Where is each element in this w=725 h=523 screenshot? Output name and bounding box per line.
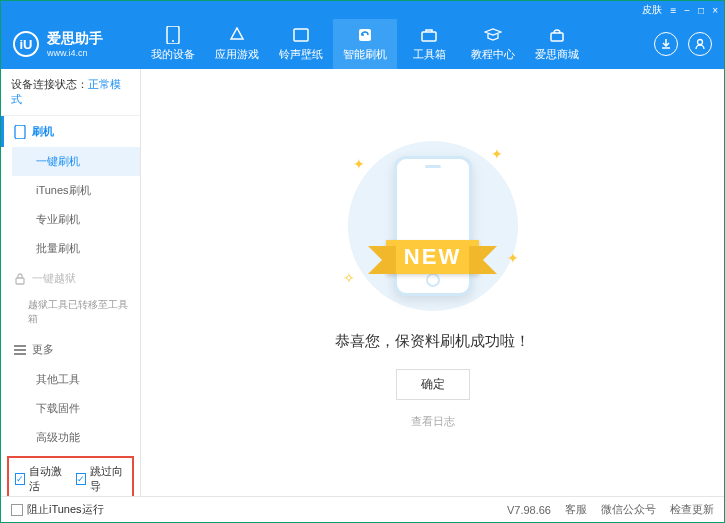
main-content: ✦✦✧✦ NEW 恭喜您，保资料刷机成功啦！ 确定 查看日志 — [141, 69, 724, 496]
auto-activate-checkbox[interactable]: ✓自动激活 — [15, 464, 66, 494]
lock-icon — [14, 273, 26, 285]
nav-label: 铃声壁纸 — [279, 47, 323, 62]
nav-ringtones[interactable]: 铃声壁纸 — [269, 19, 333, 69]
app-window: 皮肤 ≡ − □ × iU 爱思助手 www.i4.cn 我的设备 应用游戏 铃 — [0, 0, 725, 523]
nav-label: 我的设备 — [151, 47, 195, 62]
sidebar-section-label: 更多 — [32, 342, 54, 357]
tutorial-icon — [484, 26, 502, 44]
svg-point-1 — [172, 40, 174, 42]
footer: 阻止iTunes运行 V7.98.66 客服 微信公众号 检查更新 — [1, 496, 724, 522]
user-button[interactable] — [688, 32, 712, 56]
maximize-button[interactable]: □ — [698, 5, 704, 16]
phone-icon — [14, 125, 26, 139]
svg-rect-8 — [16, 278, 24, 284]
customer-service-link[interactable]: 客服 — [565, 502, 587, 517]
success-illustration: ✦✦✧✦ NEW — [323, 136, 543, 316]
body: 设备连接状态：正常模式 刷机 一键刷机 iTunes刷机 专业刷机 批量刷机 一… — [1, 69, 724, 496]
list-icon — [14, 345, 26, 355]
sidebar-item-pro-flash[interactable]: 专业刷机 — [12, 205, 140, 234]
nav-label: 工具箱 — [413, 47, 446, 62]
sidebar-section-label: 刷机 — [32, 124, 54, 139]
store-icon — [548, 26, 566, 44]
flash-icon — [356, 26, 374, 44]
svg-rect-5 — [551, 33, 563, 41]
minimize-button[interactable]: − — [684, 5, 690, 16]
header: iU 爱思助手 www.i4.cn 我的设备 应用游戏 铃声壁纸 智能刷机 — [1, 19, 724, 69]
header-actions — [654, 32, 724, 56]
version-label: V7.98.66 — [507, 504, 551, 516]
nav-label: 应用游戏 — [215, 47, 259, 62]
jailbreak-note: 越狱工具已转移至工具箱 — [4, 294, 140, 334]
sidebar-more-header[interactable]: 更多 — [4, 334, 140, 365]
checkbox-highlight-area: ✓自动激活 ✓跳过向导 — [7, 456, 134, 496]
skip-guide-checkbox[interactable]: ✓跳过向导 — [76, 464, 127, 494]
checkbox-label: 跳过向导 — [90, 464, 126, 494]
sidebar: 设备连接状态：正常模式 刷机 一键刷机 iTunes刷机 专业刷机 批量刷机 一… — [1, 69, 141, 496]
sidebar-item-advanced[interactable]: 高级功能 — [12, 423, 140, 452]
phone-icon — [164, 26, 182, 44]
app-name: 爱思助手 — [47, 30, 103, 48]
skin-button[interactable]: 皮肤 — [642, 3, 662, 17]
sidebar-item-download-firmware[interactable]: 下载固件 — [12, 394, 140, 423]
wallpaper-icon — [292, 26, 310, 44]
nav-my-device[interactable]: 我的设备 — [141, 19, 205, 69]
close-button[interactable]: × — [712, 5, 718, 16]
svg-rect-2 — [294, 29, 308, 41]
svg-point-6 — [698, 40, 703, 45]
sidebar-item-oneclick-flash[interactable]: 一键刷机 — [12, 147, 140, 176]
logo: iU 爱思助手 www.i4.cn — [1, 30, 141, 58]
wechat-link[interactable]: 微信公众号 — [601, 502, 656, 517]
new-ribbon: NEW — [386, 240, 479, 274]
title-bar: 皮肤 ≡ − □ × — [1, 1, 724, 19]
check-update-link[interactable]: 检查更新 — [670, 502, 714, 517]
nav-flash[interactable]: 智能刷机 — [333, 19, 397, 69]
nav-tutorials[interactable]: 教程中心 — [461, 19, 525, 69]
nav-label: 教程中心 — [471, 47, 515, 62]
nav-apps[interactable]: 应用游戏 — [205, 19, 269, 69]
main-nav: 我的设备 应用游戏 铃声壁纸 智能刷机 工具箱 教程中心 — [141, 19, 654, 69]
sidebar-jailbreak-header[interactable]: 一键越狱 — [4, 263, 140, 294]
apps-icon — [228, 26, 246, 44]
svg-rect-4 — [422, 32, 436, 41]
menu-button[interactable]: ≡ — [670, 5, 676, 16]
toolbox-icon — [420, 26, 438, 44]
sidebar-flash-header[interactable]: 刷机 — [1, 116, 140, 147]
phone-graphic — [394, 156, 472, 296]
nav-label: 爱思商城 — [535, 47, 579, 62]
view-log-link[interactable]: 查看日志 — [411, 414, 455, 429]
confirm-button[interactable]: 确定 — [396, 369, 470, 400]
sidebar-section-label: 一键越狱 — [32, 271, 76, 286]
checkbox-label: 阻止iTunes运行 — [27, 502, 104, 517]
block-itunes-checkbox[interactable]: 阻止iTunes运行 — [11, 502, 104, 517]
app-url: www.i4.cn — [47, 48, 103, 58]
nav-label: 智能刷机 — [343, 47, 387, 62]
svg-rect-3 — [359, 29, 371, 41]
sidebar-item-batch-flash[interactable]: 批量刷机 — [12, 234, 140, 263]
logo-icon: iU — [13, 31, 39, 57]
device-status: 设备连接状态：正常模式 — [1, 69, 140, 116]
sidebar-item-itunes-flash[interactable]: iTunes刷机 — [12, 176, 140, 205]
nav-toolbox[interactable]: 工具箱 — [397, 19, 461, 69]
sidebar-item-other-tools[interactable]: 其他工具 — [12, 365, 140, 394]
download-button[interactable] — [654, 32, 678, 56]
checkbox-label: 自动激活 — [29, 464, 65, 494]
svg-rect-7 — [15, 125, 25, 139]
status-label: 设备连接状态： — [11, 78, 88, 90]
nav-store[interactable]: 爱思商城 — [525, 19, 589, 69]
success-message: 恭喜您，保资料刷机成功啦！ — [335, 332, 530, 351]
